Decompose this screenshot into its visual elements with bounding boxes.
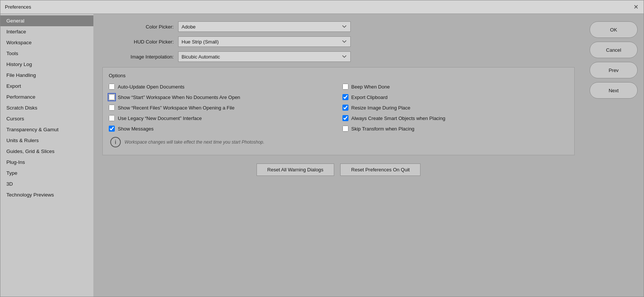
checkbox-resize-image: Resize Image During Place: [342, 105, 569, 111]
show-recent-checkbox[interactable]: [109, 105, 115, 111]
dropdowns-section: Color Picker: Adobe Windows HUD Color Pi…: [102, 21, 575, 62]
skip-transform-label[interactable]: Skip Transform when Placing: [351, 126, 414, 132]
reset-warnings-button[interactable]: Reset All Warning Dialogs: [257, 164, 335, 176]
sidebar-item-tools[interactable]: Tools: [0, 48, 93, 59]
options-legend: Options: [109, 73, 568, 78]
sidebar-item-units-rulers[interactable]: Units & Rulers: [0, 135, 93, 146]
checkbox-always-create: Always Create Smart Objects when Placing: [342, 115, 569, 121]
checkbox-skip-transform: Skip Transform when Placing: [342, 126, 569, 132]
sidebar-item-guides-grid-slices[interactable]: Guides, Grid & Slices: [0, 146, 93, 157]
beep-done-label[interactable]: Beep When Done: [351, 84, 390, 90]
image-interpolation-row: Image Interpolation: Bicubic Automatic N…: [106, 51, 575, 62]
checkbox-export-clipboard: Export Clipboard: [342, 94, 569, 100]
bottom-buttons: Reset All Warning Dialogs Reset Preferen…: [102, 164, 575, 176]
checkbox-show-recent: Show “Recent Files” Workspace When Openi…: [109, 105, 335, 111]
info-icon: i: [110, 137, 121, 147]
color-picker-row: Color Picker: Adobe Windows: [106, 21, 575, 32]
color-picker-select[interactable]: Adobe Windows: [178, 21, 351, 32]
auto-update-label[interactable]: Auto-Update Open Documents: [118, 84, 185, 90]
checkbox-use-legacy: Use Legacy “New Document” Interface: [109, 115, 335, 121]
auto-update-checkbox[interactable]: [109, 84, 115, 90]
sidebar-item-workspace[interactable]: Workspace: [0, 37, 93, 48]
title-bar: Preferences ✕: [0, 0, 644, 14]
show-start-label[interactable]: Show “Start” Workspace When No Documents…: [118, 94, 240, 100]
ok-button[interactable]: OK: [590, 21, 638, 38]
main-content: Color Picker: Adobe Windows HUD Color Pi…: [93, 14, 584, 297]
beep-done-checkbox[interactable]: [342, 84, 348, 90]
use-legacy-label[interactable]: Use Legacy “New Document” Interface: [118, 116, 202, 121]
sidebar-item-performance[interactable]: Performance: [0, 92, 93, 102]
color-picker-label: Color Picker:: [106, 24, 174, 30]
image-interpolation-select[interactable]: Bicubic Automatic Nearest Neighbor Bilin…: [178, 51, 351, 62]
checkbox-beep-done: Beep When Done: [342, 84, 569, 90]
always-create-checkbox[interactable]: [342, 115, 348, 121]
resize-image-checkbox[interactable]: [342, 105, 348, 111]
show-start-checkbox[interactable]: [109, 94, 115, 100]
close-button[interactable]: ✕: [632, 4, 639, 10]
resize-image-label[interactable]: Resize Image During Place: [351, 105, 411, 111]
sidebar-item-cursors[interactable]: Cursors: [0, 113, 93, 124]
options-grid: Auto-Update Open Documents Beep When Don…: [109, 84, 568, 132]
checkbox-show-messages: Show Messages: [109, 126, 335, 132]
export-clipboard-checkbox[interactable]: [342, 94, 348, 100]
sidebar-item-transparency-gamut[interactable]: Transparency & Gamut: [0, 124, 93, 135]
sidebar-item-interface[interactable]: Interface: [0, 26, 93, 37]
hud-color-picker-label: HUD Color Picker:: [106, 39, 174, 45]
checkbox-auto-update: Auto-Update Open Documents: [109, 84, 335, 90]
preferences-dialog: Preferences ✕ GeneralInterfaceWorkspaceT…: [0, 0, 644, 297]
sidebar-item-3d[interactable]: 3D: [0, 178, 93, 189]
checkbox-show-start: Show “Start” Workspace When No Documents…: [109, 94, 335, 100]
options-box: Options Auto-Update Open Documents Beep …: [102, 67, 575, 155]
next-button[interactable]: Next: [590, 82, 638, 99]
dialog-title: Preferences: [5, 4, 31, 10]
dialog-body: GeneralInterfaceWorkspaceToolsHistory Lo…: [0, 14, 644, 297]
skip-transform-checkbox[interactable]: [342, 126, 348, 132]
sidebar-item-general[interactable]: General: [0, 15, 93, 26]
always-create-label[interactable]: Always Create Smart Objects when Placing: [351, 116, 446, 121]
info-row: i Workspace changes will take effect the…: [109, 137, 568, 147]
sidebar-item-technology-previews[interactable]: Technology Previews: [0, 189, 93, 200]
action-buttons: OK Cancel Prev Next: [584, 14, 644, 297]
cancel-button[interactable]: Cancel: [590, 42, 638, 58]
hud-color-picker-row: HUD Color Picker: Hue Strip (Small) Hue …: [106, 36, 575, 47]
show-messages-label[interactable]: Show Messages: [118, 126, 153, 132]
sidebar-item-history-log[interactable]: History Log: [0, 59, 93, 70]
prev-button[interactable]: Prev: [590, 62, 638, 78]
reset-preferences-button[interactable]: Reset Preferences On Quit: [340, 164, 420, 176]
sidebar-item-type[interactable]: Type: [0, 168, 93, 178]
info-text: Workspace changes will take effect the n…: [125, 140, 264, 145]
sidebar-item-plug-ins[interactable]: Plug-Ins: [0, 157, 93, 168]
use-legacy-checkbox[interactable]: [109, 115, 115, 121]
image-interpolation-label: Image Interpolation:: [106, 54, 174, 60]
sidebar-item-export[interactable]: Export: [0, 81, 93, 92]
show-recent-label[interactable]: Show “Recent Files” Workspace When Openi…: [118, 105, 234, 111]
sidebar-item-file-handling[interactable]: File Handling: [0, 70, 93, 81]
show-messages-checkbox[interactable]: [109, 126, 115, 132]
export-clipboard-label[interactable]: Export Clipboard: [351, 94, 388, 100]
hud-color-picker-select[interactable]: Hue Strip (Small) Hue Strip (Medium) Hue…: [178, 36, 351, 47]
sidebar: GeneralInterfaceWorkspaceToolsHistory Lo…: [0, 14, 93, 297]
sidebar-item-scratch-disks[interactable]: Scratch Disks: [0, 102, 93, 113]
